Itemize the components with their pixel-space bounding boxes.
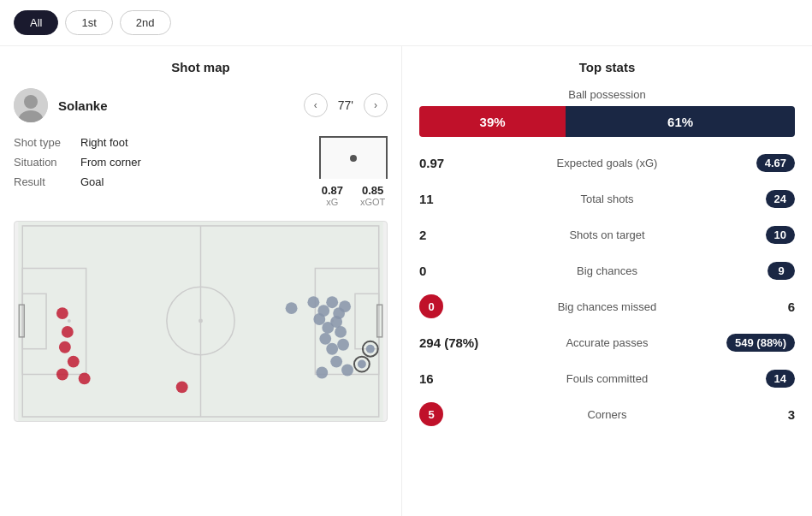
stat-badge-big-chances: 9 <box>768 262 795 280</box>
stat-row-total-shots: 11 Total shots 24 <box>419 185 795 212</box>
stat-row-fouls: 16 Fouls committed 14 <box>419 365 795 392</box>
stat-right-corners: 3 <box>726 407 795 422</box>
svg-point-18 <box>59 341 71 353</box>
shot-details: Shot type Right foot Situation From corn… <box>14 136 388 207</box>
stat-left-accurate-passes: 294 (78%) <box>419 335 488 350</box>
stat-label-total-shots: Total shots <box>488 193 726 205</box>
stat-plain-corners: 3 <box>788 407 795 422</box>
stat-badge-fouls: 14 <box>766 370 795 388</box>
stat-label-xg: Expected goals (xG) <box>488 157 726 169</box>
xgot-label: xGOT <box>360 197 385 207</box>
svg-point-17 <box>62 326 74 338</box>
stat-badge-total-shots: 24 <box>766 190 795 208</box>
stat-label-shots-on-target: Shots on target <box>488 228 726 241</box>
situation-row: Situation From corner <box>14 156 305 169</box>
stat-row-xg: 0.97 Expected goals (xG) 4.67 <box>419 149 795 176</box>
svg-point-14 <box>68 319 71 323</box>
stat-right-total-shots: 24 <box>726 190 795 208</box>
shot-type-label: Shot type <box>14 136 74 149</box>
goal-graphic: 0.87 xG 0.85 xGOT <box>319 136 388 207</box>
result-row: Result Goal <box>14 175 305 188</box>
xgot-value: 0.85 <box>362 184 383 197</box>
svg-point-36 <box>330 356 342 368</box>
stat-right-shots-on-target: 10 <box>726 226 795 244</box>
xgot-stat: 0.85 xGOT <box>360 184 385 207</box>
stats-title: Top stats <box>419 60 795 74</box>
tab-2nd[interactable]: 2nd <box>120 10 171 35</box>
stat-circle-big-chances-missed: 0 <box>419 294 443 318</box>
stat-circle-corners: 5 <box>419 402 443 426</box>
stat-right-xg: 4.67 <box>726 154 795 172</box>
goal-dot <box>350 155 357 162</box>
main-content: Shot map Solanke ‹ 77' › Shot type Right… <box>0 46 812 516</box>
svg-point-33 <box>319 333 331 345</box>
stat-badge-xg: 4.67 <box>756 154 795 172</box>
pitch-svg <box>15 222 387 421</box>
stat-left-big-chances-missed: 0 <box>419 294 488 318</box>
stat-right-big-chances-missed: 6 <box>726 300 795 314</box>
stat-right-fouls: 14 <box>726 370 795 388</box>
result-value: Goal <box>80 175 104 188</box>
stat-left-corners: 5 <box>419 402 488 426</box>
stat-left-xg: 0.97 <box>419 156 488 170</box>
shot-info: Shot type Right foot Situation From corn… <box>14 136 305 195</box>
stat-row-shots-on-target: 2 Shots on target 10 <box>419 221 795 248</box>
stat-right-big-chances: 9 <box>726 262 795 280</box>
svg-point-29 <box>313 313 325 325</box>
player-name: Solanke <box>58 98 293 113</box>
tab-all[interactable]: All <box>14 10 58 35</box>
stat-label-big-chances-missed: Big chances missed <box>488 300 726 313</box>
shot-type-row: Shot type Right foot <box>14 136 305 149</box>
filter-tabs: All 1st 2nd <box>0 0 812 46</box>
prev-player-button[interactable]: ‹ <box>304 93 328 117</box>
goal-frame <box>319 136 388 179</box>
stat-label-fouls: Fouls committed <box>488 372 726 385</box>
tab-1st[interactable]: 1st <box>65 10 112 35</box>
stat-right-accurate-passes: 549 (88%) <box>726 334 795 352</box>
shot-map-panel: Shot map Solanke ‹ 77' › Shot type Right… <box>0 46 402 516</box>
stat-row-corners: 5 Corners 3 <box>419 400 795 428</box>
svg-point-19 <box>68 356 80 368</box>
player-avatar <box>14 88 48 122</box>
svg-point-38 <box>316 367 328 379</box>
svg-point-20 <box>56 369 68 381</box>
situation-value: From corner <box>80 156 141 169</box>
goal-stats: 0.87 xG 0.85 xGOT <box>322 184 386 207</box>
possession-label: Ball possession <box>419 88 795 101</box>
stat-plain-big-chances-missed: 6 <box>788 300 795 314</box>
stat-label-accurate-passes: Accurate passes <box>488 336 726 349</box>
stat-label-big-chances: Big chances <box>488 264 726 277</box>
possession-bar: 39% 61% <box>419 106 795 137</box>
situation-label: Situation <box>14 156 74 169</box>
stat-badge-shots-on-target: 10 <box>766 226 795 244</box>
svg-point-28 <box>339 300 351 312</box>
shot-map-title: Shot map <box>14 60 388 74</box>
stat-row-big-chances: 0 Big chances 9 <box>419 257 795 284</box>
svg-point-37 <box>341 365 353 377</box>
stat-left-total-shots: 11 <box>419 192 488 206</box>
top-stats-panel: Top stats Ball possession 39% 61% 0.97 E… <box>402 46 812 516</box>
svg-point-34 <box>326 343 338 355</box>
svg-point-26 <box>326 296 338 308</box>
stat-left-fouls: 16 <box>419 371 488 386</box>
svg-point-16 <box>56 307 68 319</box>
svg-point-24 <box>307 296 319 308</box>
stat-badge-accurate-passes: 549 (88%) <box>726 334 795 352</box>
svg-point-32 <box>335 326 347 338</box>
player-selector: Solanke ‹ 77' › <box>14 88 388 122</box>
svg-point-21 <box>79 372 91 384</box>
xg-label: xG <box>326 197 338 207</box>
next-player-button[interactable]: › <box>364 93 388 117</box>
svg-point-42 <box>358 360 366 369</box>
xg-value: 0.87 <box>322 184 343 197</box>
stat-row-big-chances-missed: 0 Big chances missed 6 <box>419 293 795 320</box>
svg-point-22 <box>176 381 188 393</box>
possession-left: 39% <box>419 106 566 137</box>
svg-point-23 <box>286 302 298 314</box>
stat-label-corners: Corners <box>488 408 726 421</box>
result-label: Result <box>14 175 74 188</box>
shot-type-value: Right foot <box>80 136 128 149</box>
svg-point-35 <box>337 339 349 351</box>
svg-point-1 <box>24 95 38 109</box>
svg-point-31 <box>330 316 342 328</box>
